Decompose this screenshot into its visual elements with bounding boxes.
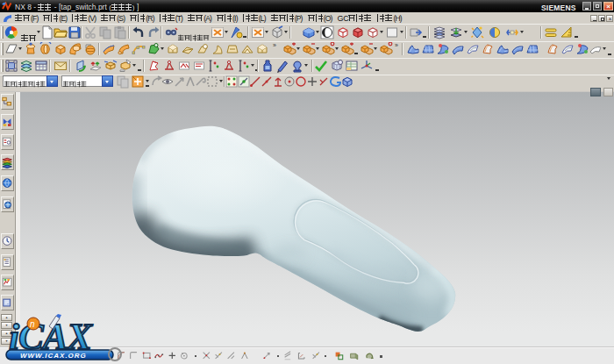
svg-text:WWW.ICAX.ORG: WWW.ICAX.ORG	[20, 352, 87, 360]
svg-text:n: n	[30, 319, 35, 329]
